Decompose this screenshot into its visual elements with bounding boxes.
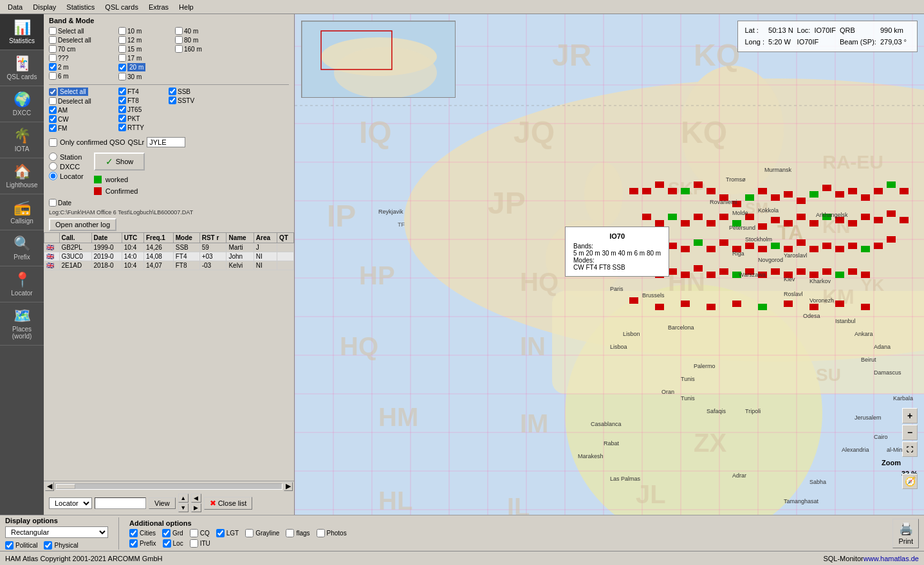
sidebar-item-dxcc[interactable]: 🌍 DXCC: [0, 86, 44, 122]
menu-help[interactable]: Help: [174, 2, 199, 12]
mode-ft4[interactable]: FT4: [118, 88, 163, 95]
band-unk[interactable]: ???: [49, 54, 113, 62]
band-20m[interactable]: 20 m: [118, 63, 170, 71]
loc-checkbox[interactable]: Loc: [163, 539, 183, 548]
table-row[interactable]: 🇬🇧 G3UC0 2019-0 14:0 14,08 FT4 +03 John …: [44, 252, 294, 261]
cities-checkbox[interactable]: Cities: [129, 529, 156, 537]
display-projection-combo[interactable]: Rectangular Azimuthal Mercator: [5, 526, 108, 538]
menu-extras[interactable]: Extras: [143, 2, 174, 12]
band-10m[interactable]: 10 m: [118, 27, 170, 35]
political-cb[interactable]: [5, 541, 14, 550]
band-15m-cb[interactable]: [118, 45, 126, 53]
band-160m[interactable]: 160 m: [175, 45, 226, 53]
sidebar-item-lighthouse[interactable]: 🏠 Lighthouse: [0, 158, 44, 194]
view-button[interactable]: View: [149, 497, 176, 509]
band-6m[interactable]: 6 m: [49, 72, 113, 80]
close-list-button[interactable]: ✖ Close list: [204, 497, 253, 510]
mode-jt65[interactable]: JT65: [118, 106, 163, 113]
band-40m-cb[interactable]: [175, 27, 183, 35]
view-down-btn[interactable]: ▼: [178, 503, 189, 512]
menu-qsl-cards[interactable]: QSL cards: [100, 2, 143, 12]
band-160m-cb[interactable]: [175, 45, 183, 53]
band-2m-cb[interactable]: [49, 63, 57, 71]
open-log-button[interactable]: Open another log: [49, 218, 116, 231]
mode-select-all-cb[interactable]: [49, 88, 57, 96]
sidebar-item-places-world[interactable]: 🗺️ Places (world): [0, 302, 44, 346]
menu-display[interactable]: Display: [28, 2, 61, 12]
flags-checkbox[interactable]: flags: [286, 529, 310, 537]
photos-checkbox[interactable]: Photos: [317, 529, 347, 537]
callsign-input[interactable]: [147, 137, 185, 147]
lgt-cb[interactable]: [216, 529, 225, 537]
mode-ssb[interactable]: SSB: [169, 88, 214, 95]
cq-checkbox[interactable]: CQ: [190, 529, 210, 537]
sidebar-item-iota[interactable]: 🌴 IOTA: [0, 122, 44, 158]
grd-checkbox[interactable]: Grd: [162, 529, 183, 537]
mode-rtty[interactable]: RTTY: [118, 124, 163, 131]
band-30m[interactable]: 30 m: [118, 73, 170, 80]
scroll-thumb[interactable]: [56, 484, 75, 489]
band-6m-cb[interactable]: [49, 72, 57, 80]
cities-cb[interactable]: [129, 529, 138, 537]
locator-combo[interactable]: Locator: [49, 497, 92, 509]
radio-station-input[interactable]: [49, 153, 57, 161]
view-prev-btn[interactable]: ◀: [191, 494, 201, 503]
show-button[interactable]: ✓ Show: [94, 153, 145, 171]
prefix-checkbox[interactable]: Prefix: [129, 539, 156, 548]
itu-checkbox[interactable]: ITU: [190, 539, 210, 548]
horizontal-scrollbar[interactable]: ◀ ▶: [44, 481, 294, 491]
sidebar-item-prefix[interactable]: 🔍 Prefix: [0, 230, 44, 266]
mode-fm-cb[interactable]: [49, 124, 57, 132]
physical-cb[interactable]: [44, 541, 52, 550]
date-cb[interactable]: [49, 199, 57, 207]
menu-statistics[interactable]: Statistics: [61, 2, 100, 12]
band-12m-cb[interactable]: [118, 36, 126, 44]
band-80m[interactable]: 80 m: [175, 36, 226, 44]
band-select-all[interactable]: Select all: [49, 27, 113, 35]
print-button[interactable]: 🖨️ Print: [892, 519, 919, 548]
mode-am-cb[interactable]: [49, 106, 57, 114]
band-deselect-all[interactable]: Deselect all: [49, 36, 113, 44]
fullscreen-button[interactable]: ⛶: [902, 441, 918, 457]
sidebar-item-qsl-cards[interactable]: 🃏 QSL cards: [0, 50, 44, 86]
view-next-btn[interactable]: ▶: [191, 503, 201, 512]
band-select-all-cb[interactable]: [49, 27, 57, 35]
table-row[interactable]: 🇬🇧 GB2PL 1999-0 10:4 14,26 SSB 59 Marti …: [44, 243, 294, 252]
scroll-left-btn[interactable]: ◀: [45, 482, 54, 491]
grayline-cb[interactable]: [245, 529, 254, 537]
band-10m-cb[interactable]: [118, 27, 126, 35]
compass-button[interactable]: 🧭: [902, 474, 918, 489]
sidebar-item-callsign[interactable]: 📻 Callsign: [0, 194, 44, 230]
band-15m[interactable]: 15 m: [118, 45, 170, 53]
mode-pkt[interactable]: PKT: [118, 115, 163, 122]
grd-cb[interactable]: [162, 529, 171, 537]
mode-rtty-cb[interactable]: [118, 124, 126, 131]
mode-deselect-all[interactable]: Deselect all: [49, 97, 113, 105]
band-70cm[interactable]: 70 cm: [49, 45, 113, 53]
photos-cb[interactable]: [317, 529, 325, 537]
mode-sstv-cb[interactable]: [169, 97, 176, 104]
radio-locator[interactable]: Locator: [49, 172, 84, 180]
grayline-checkbox[interactable]: Grayline: [245, 529, 279, 537]
mode-fm[interactable]: FM: [49, 124, 113, 132]
lgt-checkbox[interactable]: LGT: [216, 529, 239, 537]
itu-cb[interactable]: [190, 539, 198, 548]
mode-am[interactable]: AM: [49, 106, 113, 114]
scroll-track[interactable]: [55, 483, 282, 490]
mode-select-all[interactable]: Select all: [49, 88, 113, 96]
mode-ft4-cb[interactable]: [118, 88, 126, 95]
zoom-in-button[interactable]: +: [902, 408, 918, 423]
band-40m[interactable]: 40 m: [175, 27, 226, 35]
only-confirmed-cb[interactable]: [49, 138, 57, 147]
mode-pkt-cb[interactable]: [118, 115, 126, 122]
band-deselect-all-cb[interactable]: [49, 36, 57, 44]
radio-dxcc-input[interactable]: [49, 162, 57, 171]
prefix-cb[interactable]: [129, 539, 138, 548]
band-17m-cb[interactable]: [118, 54, 126, 62]
map-container[interactable]: IR JR KQ IQ JQ KQ IP JP RA-EU SKP SM HP …: [295, 14, 924, 515]
mode-cw-cb[interactable]: [49, 115, 57, 123]
band-12m[interactable]: 12 m: [118, 36, 170, 44]
radio-locator-input[interactable]: [49, 172, 57, 180]
website-link[interactable]: www.hamatlas.de: [864, 555, 919, 562]
menu-data[interactable]: Data: [3, 2, 28, 12]
